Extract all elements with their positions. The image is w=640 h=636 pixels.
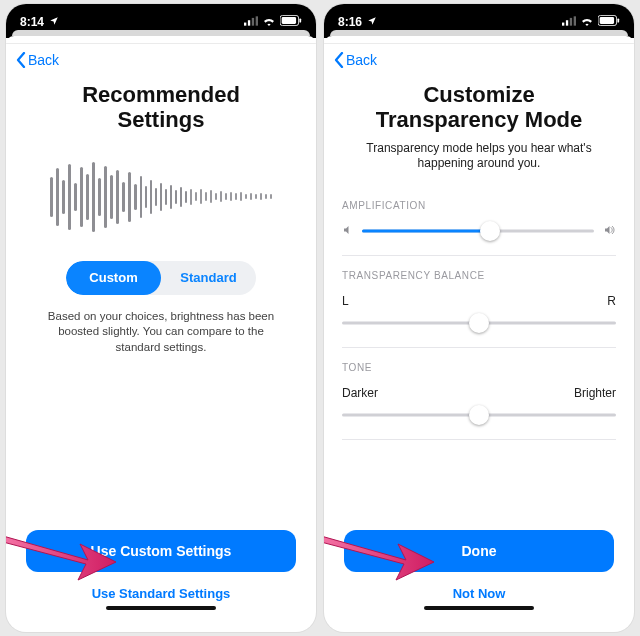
- title-line2: Transparency Mode: [338, 107, 620, 132]
- svg-rect-9: [570, 18, 572, 26]
- amplification-label: AMPLIFICATION: [342, 200, 616, 211]
- svg-rect-1: [248, 20, 250, 25]
- chevron-left-icon: [334, 52, 344, 68]
- screen-customize-transparency: 8:16 Back: [324, 4, 634, 632]
- segment-custom[interactable]: Custom: [66, 261, 161, 295]
- screen-recommended-settings: 8:14 Back: [6, 4, 316, 632]
- svg-rect-2: [252, 18, 254, 26]
- notch: [430, 4, 528, 26]
- done-button[interactable]: Done: [344, 530, 614, 572]
- tone-slider[interactable]: [342, 405, 616, 425]
- back-button[interactable]: Back: [334, 52, 377, 68]
- not-now-link[interactable]: Not Now: [338, 582, 620, 604]
- home-indicator: [424, 606, 534, 610]
- page-title: Recommended Settings: [20, 82, 302, 133]
- back-button[interactable]: Back: [16, 52, 59, 68]
- settings-segmented-control[interactable]: Custom Standard: [66, 261, 256, 295]
- balance-right-label: R: [604, 294, 616, 308]
- tone-left-label: Darker: [342, 386, 388, 400]
- svg-rect-3: [256, 16, 258, 25]
- segment-standard[interactable]: Standard: [161, 261, 256, 295]
- balance-left-label: L: [342, 294, 354, 308]
- tone-right-label: Brighter: [570, 386, 616, 400]
- title-line1: Recommended: [20, 82, 302, 107]
- sheet-handle: [6, 36, 316, 44]
- title-line1: Customize: [338, 82, 620, 107]
- sheet-handle: [324, 36, 634, 44]
- location-icon: [367, 15, 377, 29]
- signal-icon: [244, 15, 258, 29]
- amplification-slider[interactable]: [362, 221, 594, 241]
- balance-label: TRANSPARENCY BALANCE: [342, 270, 616, 281]
- signal-icon: [562, 15, 576, 29]
- chevron-left-icon: [16, 52, 26, 68]
- battery-icon: [598, 15, 620, 29]
- use-custom-settings-button[interactable]: Use Custom Settings: [26, 530, 296, 572]
- notch: [112, 4, 210, 26]
- back-label: Back: [346, 52, 377, 68]
- back-label: Back: [28, 52, 59, 68]
- balance-slider[interactable]: [342, 313, 616, 333]
- svg-rect-0: [244, 23, 246, 26]
- home-indicator: [106, 606, 216, 610]
- speaker-low-icon: [342, 222, 354, 240]
- tone-label: TONE: [342, 362, 616, 373]
- description-text: Transparency mode helps you hear what's …: [338, 141, 620, 172]
- svg-rect-10: [574, 16, 576, 25]
- svg-rect-7: [562, 23, 564, 26]
- title-line2: Settings: [20, 107, 302, 132]
- wifi-icon: [262, 15, 276, 29]
- status-time: 8:14: [20, 15, 44, 29]
- svg-rect-12: [600, 17, 614, 24]
- use-standard-settings-link[interactable]: Use Standard Settings: [20, 582, 302, 604]
- svg-rect-13: [617, 18, 619, 22]
- svg-rect-8: [566, 20, 568, 25]
- status-time: 8:16: [338, 15, 362, 29]
- location-icon: [49, 15, 59, 29]
- wifi-icon: [580, 15, 594, 29]
- speaker-high-icon: [602, 222, 616, 240]
- svg-rect-6: [299, 18, 301, 22]
- battery-icon: [280, 15, 302, 29]
- svg-rect-5: [282, 17, 296, 24]
- audiogram-waveform: [36, 153, 286, 241]
- page-title: Customize Transparency Mode: [338, 82, 620, 133]
- description-text: Based on your choices, brightness has be…: [20, 309, 302, 356]
